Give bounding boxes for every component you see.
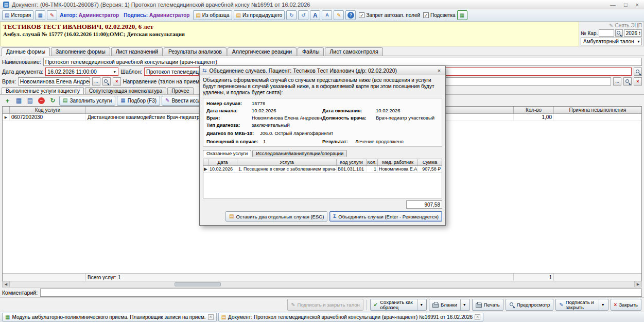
taskbar-item-close-icon[interactable]: × (208, 314, 214, 320)
stamp-button[interactable]: ✎ (47, 10, 57, 20)
signature-list-button[interactable]: ▦ (35, 10, 45, 20)
card-number-input[interactable] (599, 29, 614, 37)
save-as-sample-button[interactable]: ↙ Сохранить как образец ▼ (370, 299, 427, 311)
undo-button[interactable]: ↺ (298, 10, 308, 20)
tab-form-data[interactable]: Данные формы (2, 47, 50, 56)
redo-button[interactable]: ↻ (286, 10, 297, 20)
direction-clear-button[interactable]: × (634, 77, 642, 86)
forbid-autofill-checkbox[interactable]: ✓ Запрет автозап. полей (359, 12, 420, 18)
talon-type-select[interactable]: Амбулаторный талон ▼ (581, 38, 642, 45)
row-service-cell: 1. Посещение в связи с заболеванием врач… (237, 166, 337, 172)
scroll-left-icon[interactable]: ◀ (3, 281, 10, 287)
dialog-table-row[interactable]: ▶ 10.02.2026 1. Посещение в связи с забо… (203, 166, 442, 173)
template-search-button[interactable] (634, 67, 642, 76)
font-decrease-button[interactable]: A (322, 10, 332, 20)
doctor-more-button[interactable]: ... (92, 77, 100, 86)
close-window-button[interactable]: × (636, 2, 639, 8)
end-date-label: Дата окончания: (322, 108, 376, 113)
save-sample-dropdown-icon[interactable]: ▼ (417, 299, 423, 310)
doctor-search-button[interactable] (102, 77, 111, 86)
edit-pencil-button[interactable]: ✎ (334, 10, 344, 20)
window-titlebar: ▤ Документ: (06-ТМК-0001-260087) (Версия… (0, 0, 644, 9)
from-previous-button[interactable]: ▤ Из предыдущего (234, 10, 285, 20)
help-button[interactable]: ? (345, 10, 356, 20)
delete-service-button[interactable]: − (37, 96, 46, 106)
remove-signature-button[interactable]: ✎ Снять ЭЦП (581, 23, 642, 28)
direction-more-button[interactable]: ... (613, 77, 621, 86)
reason-column-header[interactable]: Причина невыполнения (554, 107, 641, 113)
service-column-header[interactable]: Услуга (237, 159, 337, 165)
tab-self-control[interactable]: Лист самоконтроля (325, 47, 382, 56)
sign-close-button[interactable]: ✎ Подписать и закрыть ▼ (555, 299, 608, 311)
merge-cases-button[interactable]: Σ Объединить случаи (Enter - Рекомендует… (329, 211, 442, 222)
code-column-header[interactable]: Код услуги (337, 159, 367, 165)
subtab-performed-services[interactable]: Выполненные услуги пациенту (2, 87, 84, 94)
taskbar-item-module-label: Модуль амбулаторно-поликлинического прие… (12, 314, 205, 320)
case-doctor-value: Новомлинова Елена Андреевна (252, 115, 322, 121)
preview-button[interactable]: Предпросмотр (506, 299, 553, 311)
dialog-close-icon[interactable]: × (436, 67, 443, 74)
horizontal-scrollbar[interactable]: ◀ ▶ (2, 281, 642, 287)
indicator-column-header[interactable] (203, 159, 208, 165)
blanks-button[interactable]: Бланки ▼ (429, 299, 470, 311)
indicator-column-header[interactable] (3, 107, 10, 113)
subtab-other[interactable]: Прочее (167, 87, 193, 94)
tab-form-fill[interactable]: Заполнение формы (51, 47, 110, 56)
sign-close-talon-button[interactable]: ✎ Подписать и закрыть талон (287, 299, 363, 311)
qty-column-header[interactable]: Кол. (367, 159, 378, 165)
fill-services-button[interactable]: ▤ Заполнить услуги (59, 96, 115, 106)
remove-signature-label: Снять ЭЦП (615, 23, 642, 28)
tab-analysis-results[interactable]: Результаты анализов (164, 47, 227, 56)
doctor-input[interactable]: Новомлинова Елена Андреевна (18, 77, 90, 86)
code-column-header[interactable]: Код услуги (10, 107, 86, 113)
font-increase-button[interactable]: A (310, 10, 320, 20)
tab-allergic-reactions[interactable]: Аллергические реакции (228, 47, 297, 56)
keep-separate-cases-button[interactable]: ▤ Оставить два отдельных случая (ESC) (225, 211, 327, 222)
settings-button[interactable]: ▦ (457, 10, 467, 20)
tab-research-manipulations[interactable]: Исследования/манипуляции/операции (252, 150, 347, 157)
history-button[interactable]: ▤ История (2, 10, 33, 20)
blanks-dropdown-icon[interactable]: ▼ (460, 299, 466, 310)
spin-down-icon[interactable]: ▼ (638, 33, 641, 35)
print-button[interactable]: Печать (472, 299, 503, 311)
author-value: Администратор (79, 12, 119, 18)
save-service-button[interactable]: ▤ (25, 96, 35, 106)
add-service-button[interactable]: + (3, 96, 12, 106)
date-dropdown-icon[interactable]: ▼ (111, 70, 116, 74)
edit-service-button[interactable]: ▦ (14, 96, 24, 106)
printer-icon (432, 303, 439, 308)
module-icon: ▦ (5, 315, 10, 320)
year-spinner[interactable]: 2026 ▲ ▼ (624, 29, 642, 37)
comment-input[interactable] (40, 289, 642, 297)
doctor-clear-button[interactable]: × (113, 77, 121, 86)
scroll-thumb[interactable] (175, 282, 221, 286)
pick-services-icon: ▦ (120, 98, 125, 103)
minimize-button[interactable]: — (610, 2, 616, 8)
scroll-right-icon[interactable]: ▶ (634, 281, 641, 287)
printer-icon (476, 303, 482, 308)
card-search-button[interactable] (615, 29, 623, 37)
tab-provided-services[interactable]: Оказанные услуги (203, 150, 251, 157)
diagnosis-type-label: Тип диагноза: (206, 122, 252, 128)
tab-files[interactable]: Файлы (298, 47, 324, 56)
tab-prescriptions[interactable]: Лист назначений (111, 47, 163, 56)
worker-column-header[interactable]: Мед. работник (378, 159, 418, 165)
taskbar-item-module[interactable]: ▦ Модуль амбулаторно-поликлинического пр… (2, 313, 217, 321)
qty-column-header[interactable]: Кол-во (514, 107, 554, 113)
taskbar-item-document[interactable]: ▤ Документ: Протокол телемедицинской вра… (218, 313, 484, 321)
subtab-related-nomenclature[interactable]: Сопутствующая номенклатура (85, 87, 166, 94)
doc-date-input[interactable]: 16.02.2026 11:00:00 ▼ (45, 67, 118, 76)
refresh-services-button[interactable]: ↻ (48, 96, 58, 106)
close-document-button[interactable]: × Закрыть (611, 299, 641, 311)
pick-services-button[interactable]: ▦ Подбор (F3) (117, 96, 160, 106)
sign-close-dropdown-icon[interactable]: ▼ (599, 299, 605, 310)
dialog-description: Объединить оформляемый случай со случаем… (203, 77, 442, 96)
highlight-checkbox[interactable]: ✓ Подсветка (423, 12, 456, 18)
date-column-header[interactable]: Дата (208, 159, 237, 165)
sum-column-header[interactable]: Сумма (418, 159, 442, 165)
taskbar-item-close-icon[interactable]: × (475, 314, 480, 320)
direction-search-button[interactable] (623, 77, 632, 86)
maximize-button[interactable]: □ (624, 2, 628, 8)
name-input[interactable]: Протокол телемедицинской врачебной консу… (43, 58, 642, 66)
from-sample-button[interactable]: ▤ Из образца (193, 10, 232, 20)
